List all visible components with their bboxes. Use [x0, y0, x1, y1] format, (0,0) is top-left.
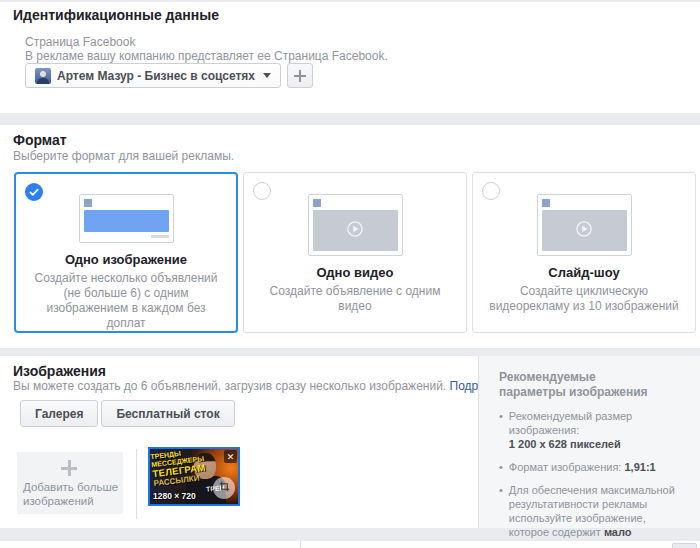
single-video-mock: [308, 194, 403, 256]
slideshow-mock: [537, 194, 632, 256]
page-selector-dropdown[interactable]: Артем Мазур - Бизнес в соцсетях: [25, 63, 281, 88]
format-option-title: Слайд-шоу: [548, 265, 619, 280]
format-options: Одно изображение Создайте несколько объя…: [14, 172, 696, 333]
format-section: Формат Выберите формат для вашей рекламы…: [0, 125, 700, 348]
facebook-page-label: Страница Facebook: [25, 35, 135, 49]
images-section-subtitle: Вы можете создать до 6 объявлений, загру…: [13, 379, 515, 393]
recommendations-title: Рекомендуемые параметры изображения: [499, 370, 659, 400]
recommended-parameters-panel: Рекомендуемые параметры изображения • Ре…: [478, 356, 700, 528]
play-icon: [574, 219, 594, 242]
uploaded-image-thumbnail[interactable]: ТРЕНДЫ МЕССЕДЖЕРЫ ТЕЛЕГРАМ РАССЫЛКИ ТРЕН…: [148, 447, 240, 506]
divider: [136, 449, 137, 519]
format-option-title: Одно изображение: [65, 252, 187, 267]
identity-section-title: Идентификационные данные: [13, 7, 219, 23]
thumbnail-size-label: 1280 × 720: [153, 491, 196, 501]
image-source-buttons: Галерея Бесплатный сток: [20, 400, 235, 427]
format-option-single-video[interactable]: Одно видео Создайте объявление с одним в…: [243, 172, 467, 333]
recommendation-item: • Формат изображения: 1,91:1: [499, 460, 684, 474]
images-section: Изображения Вы можете создать до 6 объяв…: [0, 356, 700, 528]
play-icon: [345, 219, 365, 242]
thumbnail-overlay-text: ТРЕНДЫ МЕССЕДЖЕРЫ ТЕЛЕГРАМ РАССЫЛКИ: [150, 447, 207, 488]
facebook-page-description: В рекламе вашу компанию представляет ее …: [25, 49, 388, 63]
partial-button[interactable]: [672, 543, 697, 548]
plus-icon: [294, 70, 306, 82]
identity-section: Идентификационные данные Страница Facebo…: [0, 2, 700, 113]
radio-unselected-icon: [482, 182, 500, 200]
recommendation-item: • Рекомендуемый размер изображения: 1 20…: [499, 409, 684, 451]
format-section-subtitle: Выберите формат для вашей рекламы.: [13, 149, 234, 163]
check-icon: [25, 183, 43, 201]
format-option-description: Создайте объявление с одним видео: [244, 284, 466, 314]
divider: [300, 541, 301, 548]
radio-unselected-icon: [253, 182, 271, 200]
format-option-description: Создайте несколько объявлений (не больше…: [16, 271, 236, 331]
plus-icon: [61, 460, 77, 476]
free-stock-button[interactable]: Бесплатный сток: [101, 400, 234, 427]
single-image-mock: [79, 194, 174, 243]
format-option-description: Создайте циклическую видеорекламу из 10 …: [473, 284, 695, 314]
add-more-images-tile[interactable]: Добавить больше изображений: [17, 452, 123, 514]
add-page-button[interactable]: [287, 63, 313, 88]
format-option-title: Одно видео: [317, 265, 394, 280]
gallery-button[interactable]: Галерея: [20, 400, 98, 427]
page-avatar: [35, 68, 51, 84]
crop-icon: [219, 481, 230, 495]
format-option-single-image[interactable]: Одно изображение Создайте несколько объя…: [14, 172, 238, 333]
images-subtitle-text: Вы можете создать до 6 объявлений, загру…: [13, 379, 446, 393]
page-selector-row: Артем Мазур - Бизнес в соцсетях: [25, 63, 313, 88]
close-icon[interactable]: ✕: [224, 450, 237, 463]
crop-button[interactable]: [213, 477, 235, 499]
format-section-title: Формат: [13, 132, 67, 148]
add-more-images-label: Добавить больше изображений: [23, 480, 119, 508]
recommendation-item: • Для обеспечения максимальной результат…: [499, 483, 684, 548]
chevron-down-icon: [263, 73, 271, 78]
format-option-slideshow[interactable]: Слайд-шоу Создайте циклическую видеорекл…: [472, 172, 696, 333]
next-section-partial: [0, 541, 700, 548]
images-section-title: Изображения: [13, 363, 106, 379]
page-selector-value: Артем Мазур - Бизнес в соцсетях: [57, 69, 255, 83]
